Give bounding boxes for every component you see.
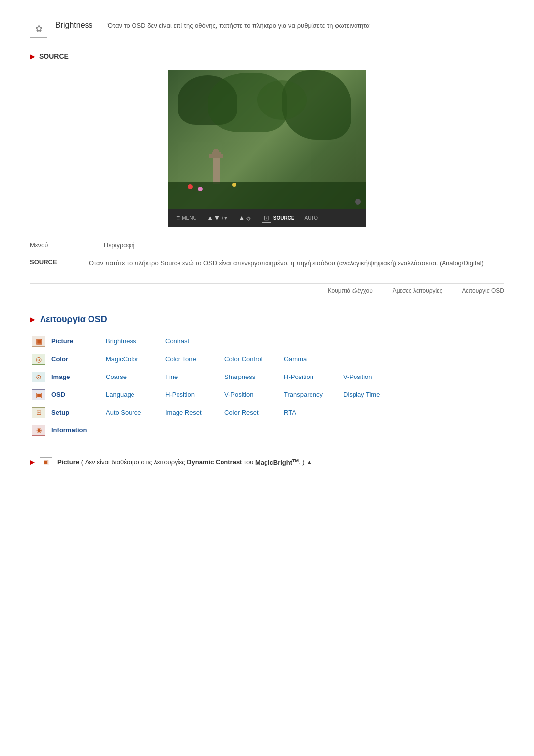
osd-menu-item: ≡ MENU — [176, 214, 197, 222]
nav-item-osd[interactable]: Λειτουργία OSD — [462, 287, 504, 294]
setup-icon-cell: ⊞ — [30, 406, 47, 420]
osd-color-col4[interactable]: Gamma — [284, 355, 343, 363]
brightness-adjust-icon: ▲▼ — [207, 214, 221, 222]
color-icon-cell: ◎ — [30, 352, 47, 366]
osd-row-information: ◉ Information — [30, 424, 504, 437]
bottom-note: ▶ ▣ Picture ( Δεν είναι διαθέσιμο στις λ… — [30, 457, 504, 467]
contrast-icon: ▲☼ — [238, 214, 252, 222]
osd-row-picture: ▣ Picture Brightness Contrast — [30, 334, 504, 348]
bottom-note-arrow-icon: ▶ — [30, 458, 35, 466]
osd-setup-col4[interactable]: RTA — [284, 409, 343, 416]
image-icon-cell: ⊙ — [30, 370, 47, 384]
table-menu-cell: SOURCE — [30, 258, 89, 268]
menu-icon: ≡ — [176, 214, 180, 222]
monitor-screen — [168, 70, 366, 209]
osd-information-name: Information — [51, 426, 106, 434]
navigation-bar: Κουμπιά ελέγχου Άμεσες λειτουργίες Λειτο… — [30, 283, 504, 294]
osd-picture-name: Picture — [51, 337, 106, 345]
image-icon: ⊙ — [32, 372, 45, 382]
source-table: Μενού Περιγραφή SOURCE Όταν πατάτε το πλ… — [30, 241, 504, 268]
osd-osd-col3[interactable]: V-Position — [224, 391, 284, 398]
osd-osd-col1[interactable]: Language — [106, 391, 165, 398]
osd-image-col4[interactable]: H-Position — [284, 373, 343, 380]
osd-image-col2[interactable]: Fine — [165, 373, 224, 380]
osd-osd-col4[interactable]: Transparency — [284, 391, 343, 398]
osd-icon-cell: ▣ — [30, 388, 47, 402]
osd-color-col3[interactable]: Color Control — [224, 355, 284, 363]
osd-row-color: ◎ Color MagicColor Color Tone Color Cont… — [30, 352, 504, 366]
osd-setup-name: Setup — [51, 409, 106, 416]
osd-image-name: Image — [51, 373, 106, 380]
osd-image-col3[interactable]: Sharpness — [224, 373, 284, 380]
osd-color-col2[interactable]: Color Tone — [165, 355, 224, 363]
source-icon: ⊡ — [262, 213, 271, 223]
osd-row-osd: ▣ OSD Language H-Position V-Position Tra… — [30, 388, 504, 402]
osd-section-title: Λειτουργία OSD — [40, 314, 107, 325]
nav-item-direct[interactable]: Άμεσες λειτουργίες — [393, 287, 443, 294]
information-icon: ◉ — [32, 425, 45, 436]
brightness-section: ✿ Brightness Όταν το OSD δεν είναι επί τ… — [30, 20, 504, 38]
monitor-container: ≡ MENU ▲▼ /▼ ▲☼ ⊡ SOURCE AUTO — [30, 70, 504, 227]
osd-image-col5[interactable]: V-Position — [343, 373, 402, 380]
table-col1-header: Μενού — [30, 241, 104, 249]
osd-osd-col2[interactable]: H-Position — [165, 391, 224, 398]
brightness-label: Brightness — [55, 20, 100, 30]
picture-icon-cell: ▣ — [30, 334, 47, 348]
osd-contrast-item: ▲☼ — [238, 214, 252, 222]
osd-auto-item: AUTO — [305, 215, 318, 221]
osd-setup-col2[interactable]: Image Reset — [165, 409, 224, 416]
table-col2-header: Περιγραφή — [104, 241, 504, 249]
source-header: ▶ SOURCE — [30, 52, 504, 60]
information-icon-cell: ◉ — [30, 424, 47, 437]
brightness-description: Όταν το OSD δεν είναι επί της οθόνης, πα… — [108, 20, 370, 31]
picture-icon: ▣ — [32, 336, 45, 347]
osd-source-item: ⊡ SOURCE — [262, 213, 295, 223]
osd-osd-name: OSD — [51, 391, 106, 398]
osd-setup-col3[interactable]: Color Reset — [224, 409, 284, 416]
osd-section-arrow-icon: ▶ — [30, 315, 35, 323]
osd-color-col1[interactable]: MagicColor — [106, 355, 165, 363]
osd-section-header: ▶ Λειτουργία OSD — [30, 314, 504, 325]
bottom-note-picture-icon: ▣ — [40, 457, 52, 467]
bottom-note-triangle-icon: ▲ — [306, 459, 312, 466]
monitor-screen-image — [168, 70, 366, 209]
osd-color-name: Color — [51, 355, 106, 363]
osd-brightness-item: ▲▼ /▼ — [207, 214, 228, 222]
source-header-text: SOURCE — [39, 52, 69, 60]
osd-setup-col1[interactable]: Auto Source — [106, 409, 165, 416]
osd-image-col1[interactable]: Coarse — [106, 373, 165, 380]
brightness-icon: ✿ — [35, 23, 43, 34]
setup-icon: ⊞ — [32, 407, 45, 418]
table-desc-cell: Όταν πατάτε το πλήκτρο Source ενώ το OSD… — [89, 258, 504, 268]
nav-item-controls[interactable]: Κουμπιά ελέγχου — [328, 287, 373, 294]
monitor-osd-bar: ≡ MENU ▲▼ /▼ ▲☼ ⊡ SOURCE AUTO — [168, 209, 366, 227]
osd-picture-col1[interactable]: Brightness — [106, 337, 165, 345]
osd-picture-col2[interactable]: Contrast — [165, 337, 224, 345]
bottom-note-text: Picture ( Δεν είναι διαθέσιμο στις λειτο… — [57, 458, 312, 466]
osd-row-setup: ⊞ Setup Auto Source Image Reset Color Re… — [30, 406, 504, 420]
source-arrow-icon: ▶ — [30, 52, 35, 60]
monitor-dot — [355, 199, 361, 205]
osd-section: ▶ Λειτουργία OSD ▣ Picture Brightness Co… — [30, 314, 504, 437]
color-icon: ◎ — [32, 354, 45, 365]
brightness-icon-box: ✿ — [30, 20, 47, 38]
osd-osd-col5[interactable]: Display Time — [343, 391, 402, 398]
osd-row-image: ⊙ Image Coarse Fine Sharpness H-Position… — [30, 370, 504, 384]
table-row: SOURCE Όταν πατάτε το πλήκτρο Source ενώ… — [30, 258, 504, 268]
osd-icon: ▣ — [32, 389, 45, 400]
